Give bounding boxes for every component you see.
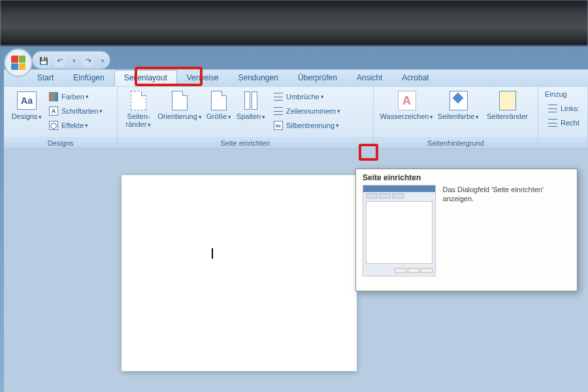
tab-mailings[interactable]: Sendungen bbox=[228, 70, 287, 86]
breaks-button[interactable]: Umbrüche bbox=[270, 90, 343, 103]
tab-start[interactable]: Start bbox=[27, 70, 63, 86]
tooltip-description: Das Dialogfeld 'Seite einrichten' anzeig… bbox=[436, 185, 570, 276]
group-indent-label bbox=[538, 137, 587, 148]
indent-right-label: Recht bbox=[561, 119, 580, 127]
office-logo-icon bbox=[11, 56, 25, 70]
office-button[interactable] bbox=[4, 48, 33, 77]
watermark-icon: A bbox=[397, 90, 417, 111]
linenumbers-label: Zeilennummern bbox=[286, 107, 336, 115]
pageborders-icon bbox=[497, 90, 518, 111]
watermark-label: Wasserzeichen bbox=[380, 112, 434, 121]
hyphenation-button[interactable]: bc Silbentrennung bbox=[270, 119, 343, 132]
breaks-label: Umbrüche bbox=[286, 93, 319, 101]
columns-icon bbox=[240, 90, 261, 111]
tooltip-title: Seite einrichten bbox=[356, 169, 577, 185]
columns-label: Spalten bbox=[237, 112, 265, 121]
indent-left-label: Links: bbox=[561, 105, 580, 112]
theme-effects-button[interactable]: ◯ Effekte bbox=[46, 119, 105, 132]
indent-group-title: Einzug bbox=[545, 90, 582, 101]
tab-references[interactable]: Verweise bbox=[177, 70, 229, 86]
theme-fonts-button[interactable]: A Schriftarten bbox=[46, 105, 105, 118]
theme-fonts-label: Schriftarten bbox=[61, 107, 98, 115]
ribbon-tabs: Start Einfügen Seitenlayout Verweise Sen… bbox=[4, 69, 588, 86]
group-designs: Aa Designs Farben A Schriftarten ◯ Effek… bbox=[4, 87, 118, 148]
linenumbers-icon bbox=[273, 106, 284, 116]
pageborders-label: Seitenränder bbox=[487, 112, 528, 120]
theme-colors-label: Farben bbox=[61, 93, 84, 101]
indent-right-icon bbox=[547, 118, 558, 128]
tab-review[interactable]: Überprüfen bbox=[288, 70, 347, 86]
qat-save-button[interactable]: 💾 bbox=[38, 55, 50, 67]
linenumbers-button[interactable]: Zeilennummern bbox=[270, 105, 343, 118]
orientation-button[interactable]: Orientierung bbox=[155, 89, 204, 121]
orientation-label: Orientierung bbox=[157, 112, 202, 121]
qat-undo-dropdown[interactable]: ▾ bbox=[69, 55, 78, 67]
tab-pagelayout[interactable]: Seitenlayout bbox=[114, 70, 177, 86]
pageborders-button[interactable]: Seitenränder bbox=[482, 89, 533, 120]
group-background: A Wasserzeichen Seitenfarbe Seitenränder… bbox=[374, 87, 538, 148]
group-pagesetup: Seiten- ränder Orientierung Größe Spalte… bbox=[118, 87, 374, 148]
indent-left-icon bbox=[547, 103, 558, 114]
size-button[interactable]: Größe bbox=[204, 89, 234, 121]
group-pagesetup-label: Seite einrichten bbox=[118, 137, 373, 148]
document-page[interactable] bbox=[122, 175, 357, 371]
orientation-icon bbox=[169, 90, 190, 111]
pagecolor-button[interactable]: Seitenfarbe bbox=[435, 89, 482, 121]
indent-left-row[interactable]: Links: bbox=[545, 102, 582, 115]
ribbon: Aa Designs Farben A Schriftarten ◯ Effek… bbox=[4, 86, 588, 149]
pagecolor-label: Seitenfarbe bbox=[438, 112, 479, 121]
effects-icon: ◯ bbox=[48, 120, 59, 131]
qat-customize-dropdown[interactable]: ▾ bbox=[98, 55, 107, 67]
pagesetup-tooltip: Seite einrichten Das Dialogfeld 'Seite e… bbox=[355, 169, 578, 291]
size-label: Größe bbox=[206, 112, 231, 121]
pagecolor-icon bbox=[448, 90, 469, 111]
colors-icon bbox=[48, 91, 59, 102]
theme-colors-button[interactable]: Farben bbox=[46, 90, 105, 103]
columns-button[interactable]: Spalten bbox=[234, 89, 268, 121]
group-indent: Einzug Links: Recht bbox=[538, 87, 588, 148]
margins-label: Seiten- ränder bbox=[126, 112, 152, 129]
group-background-label: Seitenhintergrund bbox=[374, 137, 538, 148]
breaks-icon bbox=[273, 91, 284, 102]
group-designs-label: Designs bbox=[4, 137, 117, 148]
themes-button[interactable]: Aa Designs bbox=[8, 89, 46, 121]
text-cursor bbox=[212, 248, 213, 259]
themes-icon: Aa bbox=[16, 90, 37, 111]
tab-view[interactable]: Ansicht bbox=[347, 70, 392, 86]
margins-icon bbox=[128, 90, 149, 111]
indent-right-row[interactable]: Recht bbox=[545, 116, 582, 129]
hyphenation-icon: bc bbox=[273, 120, 284, 131]
fonts-icon: A bbox=[48, 106, 59, 116]
qat-undo-button[interactable]: ↶ bbox=[54, 55, 65, 67]
hyphenation-label: Silbentrennung bbox=[286, 122, 335, 129]
margins-button[interactable]: Seiten- ränder bbox=[122, 89, 155, 129]
size-icon bbox=[208, 90, 229, 111]
watermark-button[interactable]: A Wasserzeichen bbox=[379, 89, 435, 121]
qat-redo-button[interactable]: ↷ bbox=[82, 55, 94, 67]
theme-effects-label: Effekte bbox=[61, 122, 84, 129]
themes-label: Designs bbox=[12, 112, 42, 121]
tab-acrobat[interactable]: Acrobat bbox=[392, 70, 438, 86]
tooltip-preview-image bbox=[363, 185, 436, 276]
tab-insert[interactable]: Einfügen bbox=[63, 70, 114, 86]
